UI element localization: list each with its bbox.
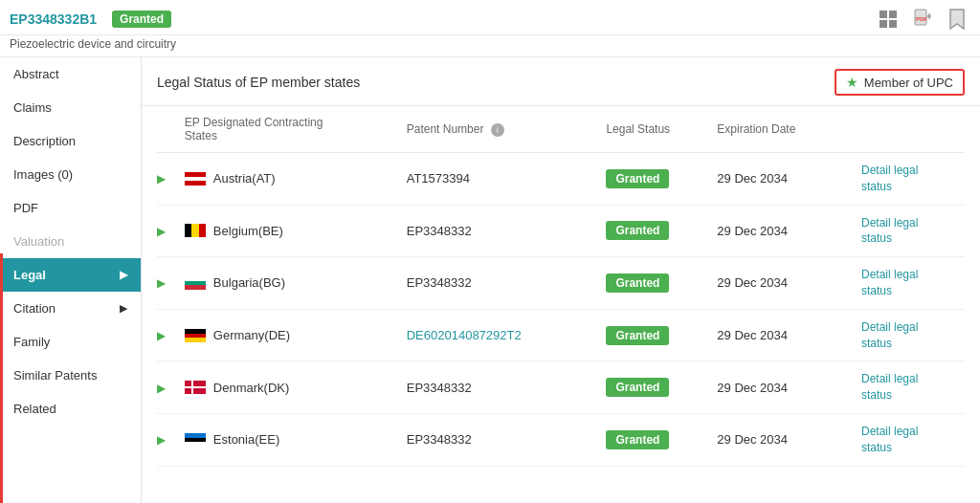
table-row: ▶ Austria(AT) AT1573394Granted29 Dec 203… [157, 153, 965, 206]
expiry-cell: 29 Dec 2034 [709, 413, 854, 466]
patent-info-icon[interactable]: i [491, 123, 504, 137]
legal-section-header: Legal Status of EP member states ★ Membe… [142, 57, 980, 106]
country-cell: Bulgaria(BG) [177, 257, 399, 310]
status-cell: Granted [598, 153, 709, 206]
sidebar-item-description[interactable]: Description [0, 124, 141, 158]
detail-cell[interactable]: Detail legalstatus [854, 205, 965, 257]
sidebar-item-legal[interactable]: Legal ▶ [0, 258, 141, 292]
upc-marker-icon: ▶ [157, 329, 166, 342]
status-badge: Granted [606, 378, 669, 397]
header-top: EP3348332B1 Granted PDF [0, 0, 980, 35]
patent-number-link[interactable]: DE602014087292T2 [407, 328, 522, 342]
col-detail-header [854, 106, 965, 153]
flag-de-icon [185, 329, 206, 342]
table-row: ▶ Belgium(BE) EP3348332Granted29 Dec 203… [157, 205, 965, 257]
flag-ee-icon [185, 433, 206, 447]
col-status-header: Legal Status [598, 106, 709, 153]
upc-marker-cell: ▶ [157, 257, 177, 310]
main-content: Legal Status of EP member states ★ Membe… [142, 57, 980, 503]
header-icons: PDF [875, 6, 970, 33]
upc-marker-icon: ▶ [157, 225, 166, 238]
upc-marker-cell: ▶ [157, 361, 177, 414]
member-upc-label: Member of UPC [864, 76, 953, 90]
upc-marker-icon: ▶ [157, 172, 166, 186]
upc-marker-cell: ▶ [157, 205, 177, 257]
country-cell: Germany(DE) [177, 309, 399, 361]
country-name: Germany(DE) [213, 328, 290, 342]
svg-rect-2 [880, 20, 887, 28]
sidebar-item-related[interactable]: Related [0, 392, 141, 426]
col-patent-header: Patent Number i [399, 106, 599, 153]
status-badge: Granted [606, 326, 669, 345]
detail-legal-link[interactable]: Detail legalstatus [861, 425, 918, 454]
country-name: Belgium(BE) [213, 224, 283, 238]
pdf-icon[interactable]: PDF [909, 6, 936, 33]
svg-rect-3 [889, 20, 897, 28]
country-name: Estonia(EE) [213, 432, 279, 447]
detail-legal-link[interactable]: Detail legalstatus [861, 268, 918, 297]
status-badge: Granted [606, 430, 669, 449]
detail-cell[interactable]: Detail legalstatus [854, 309, 965, 361]
sidebar-item-similar-patents[interactable]: Similar Patents [0, 359, 141, 392]
detail-cell[interactable]: Detail legalstatus [854, 257, 965, 310]
detail-legal-link[interactable]: Detail legalstatus [861, 320, 918, 350]
country-name: Austria(AT) [213, 171, 276, 186]
sidebar-item-abstract[interactable]: Abstract [0, 57, 141, 91]
svg-rect-0 [880, 11, 887, 18]
status-badge: Granted [606, 221, 669, 240]
patent-number-cell: EP3348332 [399, 413, 599, 466]
col-country-header: EP Designated Contracting States [177, 106, 399, 153]
red-left-bar [0, 253, 3, 503]
detail-cell[interactable]: Detail legalstatus [854, 361, 965, 414]
detail-cell[interactable]: Detail legalstatus [854, 413, 965, 466]
detail-legal-link[interactable]: Detail legalstatus [861, 372, 918, 402]
detail-legal-link[interactable]: Detail legalstatus [861, 216, 918, 246]
upc-marker-icon: ▶ [157, 433, 166, 447]
upc-marker-icon: ▶ [157, 276, 166, 290]
svg-rect-1 [889, 11, 897, 18]
patent-number-cell[interactable]: DE602014087292T2 [399, 309, 599, 361]
sidebar-item-pdf[interactable]: PDF [0, 191, 141, 225]
country-cell: Belgium(BE) [177, 205, 399, 257]
table-row: ▶ Germany(DE) DE602014087292T2Granted29 … [157, 309, 965, 361]
country-name: Denmark(DK) [213, 381, 289, 395]
grid-icon[interactable] [875, 6, 902, 33]
main-layout: Abstract Claims Description Images (0) P… [0, 57, 980, 503]
table-row: ▶ Bulgaria(BG) EP3348332Granted29 Dec 20… [157, 257, 965, 310]
status-cell: Granted [598, 257, 709, 310]
patent-number-cell: EP3348332 [399, 361, 599, 414]
expiry-cell: 29 Dec 2034 [709, 205, 854, 257]
status-cell: Granted [598, 361, 709, 414]
table-header-row: EP Designated Contracting States Patent … [157, 106, 965, 153]
patent-title: Piezoelectric device and circuitry [0, 35, 980, 57]
col-upc-marker [157, 106, 177, 153]
legal-chevron-icon: ▶ [120, 269, 127, 281]
country-cell: Austria(AT) [177, 153, 399, 206]
expiry-cell: 29 Dec 2034 [709, 153, 854, 206]
bookmark-icon[interactable] [944, 6, 970, 33]
table-body: ▶ Austria(AT) AT1573394Granted29 Dec 203… [157, 153, 965, 467]
upc-marker-cell: ▶ [157, 413, 177, 466]
patent-number-cell: AT1573394 [399, 153, 599, 206]
expiry-cell: 29 Dec 2034 [709, 309, 854, 361]
flag-bg-icon [185, 276, 206, 290]
header-granted-badge: Granted [112, 11, 171, 28]
status-cell: Granted [598, 413, 709, 466]
detail-legal-link[interactable]: Detail legalstatus [861, 164, 918, 193]
svg-text:PDF: PDF [916, 16, 927, 22]
sidebar-item-claims[interactable]: Claims [0, 91, 141, 124]
sidebar-item-family[interactable]: Family [0, 325, 141, 359]
table-row: ▶ Estonia(EE) EP3348332Granted29 Dec 203… [157, 413, 965, 466]
member-upc-button[interactable]: ★ Member of UPC [835, 69, 965, 96]
country-cell: Estonia(EE) [177, 413, 399, 466]
upc-marker-cell: ▶ [157, 309, 177, 361]
status-badge: Granted [606, 273, 669, 293]
detail-cell[interactable]: Detail legalstatus [854, 153, 965, 206]
sidebar-item-valuation[interactable]: Valuation [0, 225, 141, 258]
patent-id: EP3348332B1 [10, 11, 97, 27]
upc-star-icon: ★ [846, 75, 858, 90]
sidebar-item-images[interactable]: Images (0) [0, 158, 141, 191]
patent-number-cell: EP3348332 [399, 205, 599, 257]
sidebar-item-citation[interactable]: Citation ▶ [0, 292, 141, 325]
country-name: Bulgaria(BG) [213, 275, 285, 290]
